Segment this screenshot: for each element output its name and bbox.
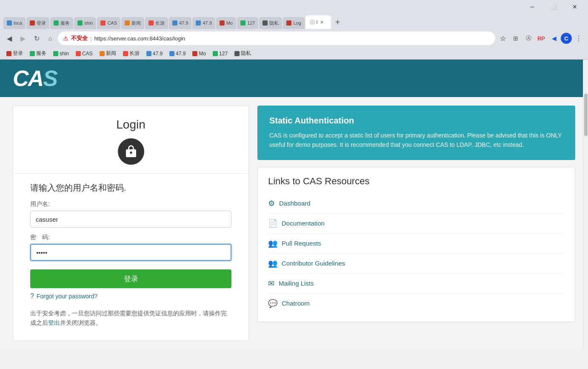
people2-icon: 👥: [268, 259, 277, 268]
main-container: Login 请输入您的用户名和密码. 用户名: 密 码:: [0, 97, 588, 349]
link-mailing-lists[interactable]: ✉ Mailing Lists: [268, 274, 565, 294]
right-panel: Static Authentication CAS is configured …: [257, 106, 575, 322]
new-tab-button[interactable]: +: [332, 15, 344, 29]
bookmark-item[interactable]: 47.9: [166, 50, 188, 57]
url-input-container[interactable]: ⚠ 不安全 | https://server.cas.com:8443/cas/…: [58, 31, 495, 45]
login-button[interactable]: 登录: [30, 269, 231, 288]
link-label: Dashboard: [279, 200, 310, 207]
extension-button-1[interactable]: Ⓐ: [522, 32, 534, 44]
tab-login[interactable]: 登录: [26, 17, 49, 29]
link-pull-requests[interactable]: 👥 Pull Requests: [268, 234, 565, 254]
address-separator: |: [90, 35, 91, 42]
bookmark-item[interactable]: Mo: [189, 50, 209, 57]
people-icon: 👥: [268, 239, 277, 248]
bookmark-item[interactable]: 登录: [3, 49, 26, 58]
login-subtitle: 请输入您的用户名和密码.: [30, 182, 231, 194]
bookmark-star-button[interactable]: ☆: [497, 32, 509, 44]
static-auth-box: Static Authentication CAS is configured …: [257, 106, 575, 160]
cas-logo: CAS: [13, 67, 575, 89]
title-bar: ─ ⬜ ✕: [0, 0, 588, 14]
cas-links-box: Links to CAS Resources ⚙ Dashboard 📄 Doc…: [257, 167, 575, 322]
cas-links-title: Links to CAS Resources: [268, 176, 565, 187]
tab-loca[interactable]: loca: [3, 17, 26, 29]
login-body: 请输入您的用户名和密码. 用户名: 密 码: 登录 ? Forgot your …: [13, 174, 248, 340]
reader-mode-button[interactable]: ⊞: [510, 32, 522, 44]
link-documentation[interactable]: 📄 Documentation: [268, 214, 565, 234]
tab-label: 47.9: [203, 20, 211, 26]
security-note-suffix: 并关闭浏览器。: [60, 319, 102, 326]
reload-button[interactable]: ↻: [31, 32, 43, 44]
tab-privacy[interactable]: 隐私: [259, 17, 282, 29]
bookmarks-bar: 登录 服务 shin CAS 新闻 长游 47.9 47.9: [0, 48, 588, 60]
help-icon: ?: [30, 292, 34, 300]
scrollbar[interactable]: [583, 60, 588, 349]
menu-button[interactable]: ⋮: [573, 32, 585, 44]
password-input[interactable]: [30, 244, 231, 261]
tab-log[interactable]: Log: [283, 17, 304, 29]
link-contributor-guidelines[interactable]: 👥 Contributor Guidelines: [268, 254, 565, 274]
login-icon-circle: [118, 138, 144, 165]
bookmark-item[interactable]: 47.9: [143, 50, 166, 57]
link-label: Contributor Guidelines: [282, 260, 345, 267]
link-label: Documentation: [282, 220, 325, 227]
tab-label: Mo: [226, 20, 233, 26]
address-bar: ◀ ▶ ↻ ⌂ ⚠ 不安全 | https://server.cas.com:8…: [0, 29, 588, 48]
password-label: 密 码:: [30, 234, 231, 241]
tab-127[interactable]: 127: [237, 17, 258, 29]
bookmark-item[interactable]: 长游: [120, 49, 143, 58]
cas-header: CAS: [0, 60, 588, 97]
maximize-button[interactable]: ⬜: [544, 1, 563, 13]
security-warning-icon: ⚠: [63, 35, 69, 42]
forgot-password-link[interactable]: Forgot your password?: [37, 293, 97, 300]
password-group: 密 码:: [30, 234, 231, 261]
link-label: Chatroom: [282, 300, 310, 307]
tab-label: 隐私: [269, 20, 279, 26]
username-input[interactable]: [30, 211, 231, 228]
bookmark-item[interactable]: CAS: [73, 50, 96, 57]
back-button[interactable]: ◀: [3, 32, 15, 44]
tab-active-label: l: [317, 20, 317, 25]
tab-label: Log: [293, 20, 301, 26]
username-group: 用户名:: [30, 200, 231, 228]
tab-47a[interactable]: 47.9: [169, 17, 191, 29]
tab-label: 长游: [155, 20, 165, 26]
minimize-button[interactable]: ─: [522, 1, 542, 13]
tab-changyou[interactable]: 长游: [145, 17, 168, 29]
tab-label: 127: [247, 20, 255, 26]
tab-news[interactable]: 新闻: [121, 17, 144, 29]
tab-service[interactable]: 服务: [50, 17, 73, 29]
scrollbar-thumb[interactable]: [584, 94, 588, 136]
gear-icon: ⚙: [268, 199, 275, 208]
tab-47b[interactable]: 47.9: [192, 17, 215, 29]
profile-avatar[interactable]: C: [561, 33, 572, 44]
static-auth-body: CAS is configured to accept a static lis…: [269, 131, 563, 150]
browser-chrome: ─ ⬜ ✕ loca 登录 服务 shin CAS 新闻: [0, 0, 588, 60]
tab-mo[interactable]: Mo: [216, 17, 236, 29]
logout-link[interactable]: 登出: [48, 319, 60, 326]
bookmark-item[interactable]: 隐私: [231, 49, 254, 58]
link-chatroom[interactable]: 💬 Chatroom: [268, 294, 565, 313]
tab-label: 新闻: [131, 20, 141, 26]
extension-button-3[interactable]: ◀: [548, 32, 560, 44]
chat-icon: 💬: [268, 299, 277, 308]
bookmark-item[interactable]: shin: [50, 50, 72, 57]
tab-shin[interactable]: shin: [74, 17, 96, 29]
home-button[interactable]: ⌂: [44, 32, 56, 44]
tab-cas[interactable]: CAS: [97, 17, 120, 29]
bookmark-item[interactable]: 127: [210, 50, 231, 57]
tab-close-button[interactable]: ✕: [319, 20, 325, 25]
bookmark-item[interactable]: 服务: [27, 49, 49, 58]
tab-active[interactable]: l ✕: [305, 15, 331, 29]
extension-button-2[interactable]: RP: [535, 32, 547, 44]
forward-button[interactable]: ▶: [17, 32, 29, 44]
tab-label: CAS: [107, 20, 117, 26]
lock-icon: [124, 145, 138, 158]
toolbar-buttons: ☆ ⊞ Ⓐ RP ◀ C ⋮: [497, 32, 585, 44]
tab-label: loca: [14, 20, 22, 26]
bookmark-item[interactable]: 新闻: [97, 49, 119, 58]
close-button[interactable]: ✕: [565, 1, 585, 13]
security-label: 不安全: [71, 34, 88, 42]
username-label: 用户名:: [30, 200, 231, 208]
window-controls[interactable]: ─ ⬜ ✕: [522, 1, 585, 13]
link-dashboard[interactable]: ⚙ Dashboard: [268, 194, 565, 214]
